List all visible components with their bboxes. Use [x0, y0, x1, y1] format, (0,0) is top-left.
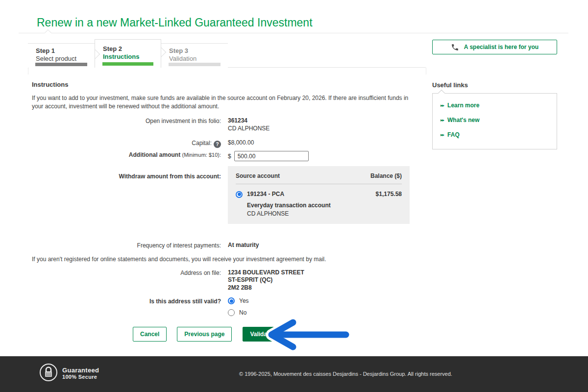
step-tabs: Step 1 Select product Step 2 Instruction…	[28, 39, 228, 68]
page: Renew in a new Market-Linked Guaranteed …	[0, 0, 588, 392]
address-label: Address on file:	[32, 269, 228, 277]
option-label: No	[239, 309, 246, 316]
capital-value: $8,000.00	[228, 139, 422, 146]
question-mark-icon[interactable]: ?	[214, 141, 221, 148]
footer: Guaranteed 100% Secure © 1996-2025, Mouv…	[0, 356, 588, 392]
account-holder: CD ALPHONSE	[247, 210, 331, 217]
yes-radio[interactable]	[228, 297, 235, 304]
table-row: 191234 - PCA Everyday transaction accoun…	[236, 184, 402, 217]
account-number: 191234 - PCA	[247, 191, 284, 198]
option-label: Yes	[239, 297, 249, 304]
capital-row: Capital:? $8,000.00	[32, 139, 422, 148]
statements-note: If you aren't registered for online stat…	[32, 256, 422, 263]
tab-step-1[interactable]: Step 1 Select product	[28, 43, 95, 68]
secure-badge-line1: Guaranteed	[62, 367, 99, 374]
additional-amount-row: Additional amount (Minimum: $10): $	[32, 151, 422, 161]
address-valid-label: Is this address still valid?	[32, 297, 228, 305]
address-line: 1234 BOULEVARD STREET	[228, 269, 422, 277]
folio-row: Open investment in this folio: 361234 CD…	[32, 117, 422, 132]
folio-name: CD ALPHONSE	[228, 125, 422, 133]
account-type: Everyday transaction account	[247, 202, 331, 209]
folio-label: Open investment in this folio:	[32, 117, 228, 125]
step-label: Validation	[169, 55, 228, 63]
useful-link-label: What's new	[447, 117, 480, 123]
additional-amount-label: Additional amount (Minimum: $10):	[32, 151, 228, 158]
specialist-button-label: A specialist is here for you	[464, 44, 539, 50]
address-valid-option-yes[interactable]: Yes	[228, 297, 422, 304]
validate-button[interactable]: Validate	[243, 327, 279, 342]
step-progress-bar	[102, 62, 153, 66]
useful-link-label: FAQ	[447, 131, 460, 138]
address-row: Address on file: 1234 BOULEVARD STREET S…	[32, 269, 422, 292]
instructions-panel: Instructions If you want to add to your …	[28, 67, 426, 356]
box-notch	[438, 90, 445, 97]
useful-link-label: Learn more	[447, 102, 479, 109]
frequency-label: Frequency of interest payments:	[32, 242, 228, 249]
intro-text: If you want to add to your investment, m…	[32, 94, 419, 111]
column-source-account: Source account	[236, 172, 280, 179]
useful-link-learn-more[interactable]: ▸▸ Learn more	[441, 102, 549, 109]
folio-number: 361234	[228, 117, 422, 125]
withdraw-label: Withdraw amount from this account:	[32, 166, 228, 180]
secure-badge-line2: 100% Secure	[62, 374, 99, 380]
step-progress-bar	[169, 63, 220, 66]
step-number: Step 1	[36, 47, 95, 55]
frequency-value: At maturity	[228, 242, 422, 248]
address-line: 2M2 2B8	[228, 284, 422, 292]
tab-step-2[interactable]: Step 2 Instructions	[95, 39, 161, 68]
title-divider	[19, 33, 568, 33]
divider-notch	[45, 29, 51, 36]
tab-step-3[interactable]: Step 3 Validation	[161, 43, 228, 68]
double-arrow-icon: ▸▸	[441, 117, 444, 123]
useful-links: Useful links ▸▸ Learn more ▸▸ What's new…	[432, 81, 557, 149]
action-buttons: Cancel Previous page Validate	[133, 327, 422, 356]
withdraw-row: Withdraw amount from this account: Sourc…	[32, 166, 422, 224]
section-title: Instructions	[32, 81, 422, 88]
padlock-icon	[39, 363, 58, 383]
additional-amount-input[interactable]	[234, 151, 309, 161]
source-account-radio[interactable]	[236, 191, 243, 198]
capital-label: Capital:?	[32, 139, 228, 148]
copyright-text: © 1996-2025, Mouvement des caisses Desja…	[239, 371, 452, 377]
step-label: Select product	[36, 55, 95, 63]
secure-badge: Guaranteed 100% Secure	[39, 363, 99, 383]
step-progress-bar	[35, 63, 87, 66]
no-radio[interactable]	[228, 309, 235, 316]
useful-links-box: ▸▸ Learn more ▸▸ What's new ▸▸ FAQ	[432, 93, 557, 149]
source-account-table: Source account Balance ($) 191234 - PCA …	[228, 166, 410, 224]
phone-icon	[451, 43, 459, 51]
cancel-button[interactable]: Cancel	[133, 327, 167, 342]
address-line: ST-ESPRIT (QC)	[228, 276, 422, 284]
useful-link-faq[interactable]: ▸▸ FAQ	[441, 131, 549, 138]
step-label: Instructions	[103, 53, 161, 61]
specialist-button[interactable]: A specialist is here for you	[432, 40, 557, 54]
currency-symbol: $	[228, 153, 231, 160]
step-number: Step 2	[103, 45, 161, 53]
useful-links-title: Useful links	[432, 81, 557, 89]
address-valid-row: Is this address still valid? Yes No	[32, 297, 422, 316]
previous-page-button[interactable]: Previous page	[177, 327, 232, 342]
step-number: Step 3	[169, 47, 228, 55]
double-arrow-icon: ▸▸	[441, 132, 444, 138]
page-title: Renew in a new Market-Linked Guaranteed …	[37, 16, 313, 29]
account-balance: $1,175.58	[376, 191, 402, 217]
address-valid-option-no[interactable]: No	[228, 309, 422, 316]
column-balance: Balance ($)	[370, 172, 402, 179]
frequency-row: Frequency of interest payments: At matur…	[32, 242, 422, 249]
double-arrow-icon: ▸▸	[441, 102, 444, 108]
useful-link-whats-new[interactable]: ▸▸ What's new	[441, 117, 549, 123]
